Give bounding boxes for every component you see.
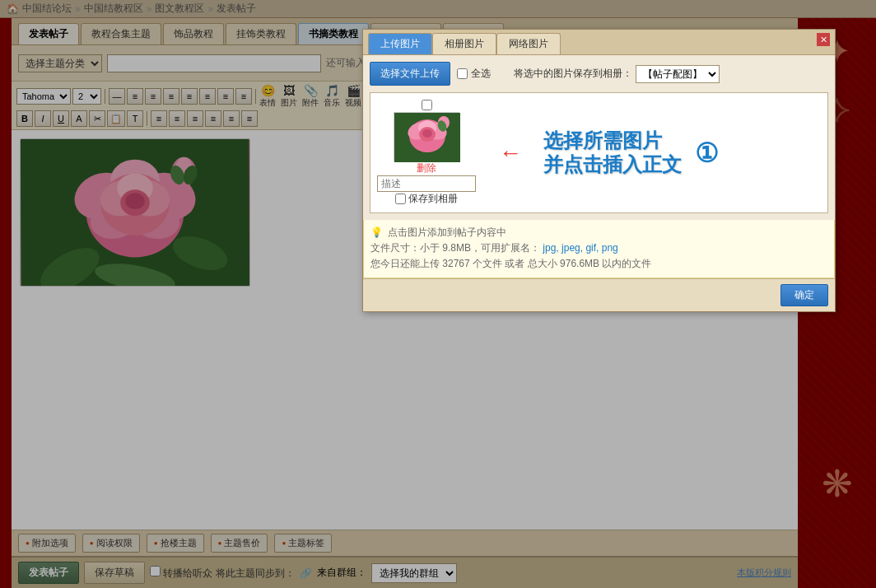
confirm-btn[interactable]: 确定 — [780, 284, 828, 306]
delete-link[interactable]: 删除 — [417, 161, 436, 175]
dialog-footer: 确定 — [363, 278, 835, 311]
left-arrow-icon: ← — [499, 140, 522, 166]
image-list: 删除 保存到相册 ← 选择所需图片 并点击插入正文 — [370, 92, 828, 213]
svg-point-26 — [422, 129, 432, 138]
image-checkbox[interactable] — [422, 100, 432, 110]
save-album-checkbox[interactable] — [395, 194, 406, 204]
annotation-1-area: 选择所需图片 并点击插入正文 — [543, 129, 682, 177]
save-album-check: 保存到相册 — [395, 192, 458, 206]
annotation-circle-1: ① — [695, 138, 719, 168]
dialog-body: 选择文件上传 全选 将选中的图片保存到相册： 【帖子配图】 — [363, 55, 835, 220]
album-select[interactable]: 【帖子配图】 — [636, 65, 720, 83]
upload-file-btn[interactable]: 选择文件上传 — [370, 62, 450, 86]
info-line3: 您今日还能上传 32767 个文件 或者 总大小 976.6MB 以内的文件 — [370, 256, 827, 272]
image-upload-dialog: 上传图片 相册图片 网络图片 ✕ 选择文件上传 全选 将选中的图片保存到相册： … — [362, 29, 836, 312]
dialog-close-btn[interactable]: ✕ — [817, 33, 830, 46]
desc-input[interactable] — [377, 175, 476, 192]
dialog-tab-network[interactable]: 网络图片 — [496, 33, 561, 54]
image-row: 删除 保存到相册 ← 选择所需图片 并点击插入正文 — [377, 100, 719, 206]
select-all-area: 全选 — [457, 67, 491, 81]
image-item-area: 删除 保存到相册 — [377, 100, 476, 206]
select-all-checkbox[interactable] — [457, 68, 468, 79]
save-to-album-area: 将选中的图片保存到相册： 【帖子配图】 — [514, 65, 720, 83]
annotation-text-1-line1: 选择所需图片 — [543, 129, 662, 153]
dialog-tab-upload[interactable]: 上传图片 — [368, 33, 432, 54]
dialog-toolbar: 选择文件上传 全选 将选中的图片保存到相册： 【帖子配图】 — [370, 62, 828, 86]
info-icon: 💡 — [370, 226, 383, 238]
annotation-text-1-line2: 并点击插入正文 — [543, 153, 682, 177]
dialog-overlay[interactable]: 上传图片 相册图片 网络图片 ✕ 选择文件上传 全选 将选中的图片保存到相册： … — [0, 0, 876, 588]
image-thumb[interactable] — [394, 112, 459, 161]
arrow-annotation: ← — [499, 140, 529, 166]
info-extensions: jpg, jpeg, gif, png — [543, 242, 617, 254]
annotation-circle-1-area: ① — [695, 138, 719, 169]
dialog-tab-album[interactable]: 相册图片 — [432, 33, 496, 54]
dialog-tabs: 上传图片 相册图片 网络图片 — [368, 33, 561, 54]
dialog-info: 💡 点击图片添加到帖子内容中 文件尺寸：小于 9.8MB，可用扩展名： jpg,… — [363, 220, 835, 278]
